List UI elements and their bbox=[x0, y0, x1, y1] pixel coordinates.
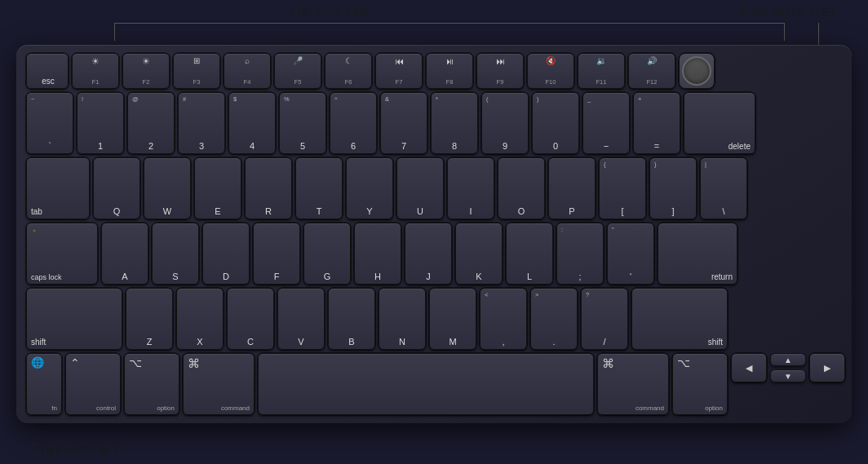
key-caps-lock[interactable]: caps lock bbox=[26, 223, 98, 285]
key-period[interactable]: > . bbox=[530, 288, 578, 350]
key-u[interactable]: U bbox=[396, 157, 444, 219]
annotation-fn-globe-label: 기능(Fn)/지구본 키 bbox=[34, 443, 123, 457]
key-space[interactable] bbox=[258, 353, 594, 415]
key-f9[interactable]: ⏭ F9 bbox=[476, 53, 524, 89]
key-j[interactable]: J bbox=[405, 223, 452, 285]
key-equals[interactable]: + = bbox=[633, 92, 680, 154]
key-g[interactable]: G bbox=[303, 223, 351, 285]
key-p[interactable]: P bbox=[548, 157, 596, 219]
key-return[interactable]: return bbox=[658, 223, 737, 285]
key-w[interactable]: W bbox=[144, 157, 191, 219]
key-v[interactable]: V bbox=[277, 288, 325, 350]
annotation-function-keys-label: 기능 키(F1~F12) bbox=[290, 4, 368, 19]
key-s[interactable]: S bbox=[152, 223, 199, 285]
key-backtick[interactable]: ~ ` bbox=[26, 92, 73, 154]
asdf-row: caps lock A S D F G H J K L : ; " ' retu… bbox=[26, 223, 842, 285]
key-arrow-right[interactable]: ▶ bbox=[809, 353, 845, 382]
key-backslash[interactable]: | \ bbox=[700, 157, 747, 219]
key-tab[interactable]: tab bbox=[26, 157, 90, 219]
key-delete[interactable]: delete bbox=[684, 92, 755, 154]
key-6[interactable]: ^ 6 bbox=[330, 92, 377, 154]
key-arrow-down[interactable]: ▼ bbox=[770, 369, 806, 382]
key-f8[interactable]: ⏯ F8 bbox=[426, 53, 473, 89]
key-4[interactable]: $ 4 bbox=[228, 92, 276, 154]
key-option-left[interactable]: ⌥ option bbox=[124, 353, 179, 415]
key-f3[interactable]: ⊞ F3 bbox=[173, 53, 220, 89]
key-f4[interactable]: ⌕ F4 bbox=[224, 53, 271, 89]
bottom-row: 🌐 fn ⌃ control ⌥ option ⌘ command ⌘ comm… bbox=[26, 353, 842, 415]
annotation-touch-id-label: Touch ID(전원 버튼) bbox=[739, 4, 834, 19]
key-f5[interactable]: 🎤 F5 bbox=[274, 53, 321, 89]
key-e[interactable]: E bbox=[194, 157, 241, 219]
key-9[interactable]: ( 9 bbox=[481, 92, 529, 154]
key-shift-left[interactable]: shift bbox=[26, 288, 122, 350]
key-f2[interactable]: ☀ F2 bbox=[122, 53, 170, 89]
key-touch-id[interactable] bbox=[679, 53, 715, 89]
key-f1[interactable]: ☀ F1 bbox=[72, 53, 119, 89]
qwerty-row: tab Q W E R T Y U I O P { [ } ] | \ bbox=[26, 157, 842, 219]
key-comma[interactable]: < , bbox=[480, 288, 527, 350]
keyboard: esc ☀ F1 ☀ F2 ⊞ F3 ⌕ F4 🎤 F5 bbox=[16, 45, 852, 423]
key-0[interactable]: ) 0 bbox=[532, 92, 579, 154]
key-control[interactable]: ⌃ control bbox=[65, 353, 121, 415]
key-b[interactable]: B bbox=[328, 288, 375, 350]
key-z[interactable]: Z bbox=[126, 288, 173, 350]
key-quote[interactable]: " ' bbox=[607, 223, 654, 285]
key-1[interactable]: ! 1 bbox=[77, 92, 124, 154]
key-f6[interactable]: ☾ F6 bbox=[325, 53, 372, 89]
key-c[interactable]: C bbox=[227, 288, 274, 350]
numbers-row: ~ ` ! 1 @ 2 # 3 $ 4 % 5 bbox=[26, 92, 842, 154]
key-h[interactable]: H bbox=[354, 223, 401, 285]
zxcv-row: shift Z X C V B N M < , > . ? / shift bbox=[26, 288, 842, 350]
key-l[interactable]: L bbox=[506, 223, 553, 285]
key-lbracket[interactable]: { [ bbox=[599, 157, 646, 219]
key-n[interactable]: N bbox=[379, 288, 426, 350]
key-command-left[interactable]: ⌘ command bbox=[183, 353, 255, 415]
key-5[interactable]: % 5 bbox=[279, 92, 326, 154]
key-y[interactable]: Y bbox=[346, 157, 393, 219]
key-arrow-left[interactable]: ◀ bbox=[731, 353, 767, 382]
key-i[interactable]: I bbox=[447, 157, 494, 219]
key-shift-right[interactable]: shift bbox=[631, 288, 728, 350]
key-m[interactable]: M bbox=[429, 288, 476, 350]
key-esc[interactable]: esc bbox=[26, 53, 69, 89]
key-slash[interactable]: ? / bbox=[581, 288, 628, 350]
key-3[interactable]: # 3 bbox=[178, 92, 225, 154]
key-f10[interactable]: 🔇 F10 bbox=[527, 53, 574, 89]
key-f7[interactable]: ⏮ F7 bbox=[375, 53, 423, 89]
key-f12[interactable]: 🔊 F12 bbox=[628, 53, 675, 89]
key-a[interactable]: A bbox=[101, 223, 148, 285]
key-fn-globe[interactable]: 🌐 fn bbox=[26, 353, 62, 415]
key-q[interactable]: Q bbox=[93, 157, 140, 219]
key-o[interactable]: O bbox=[498, 157, 545, 219]
key-8[interactable]: * 8 bbox=[431, 92, 478, 154]
key-f11[interactable]: 🔉 F11 bbox=[578, 53, 625, 89]
key-t[interactable]: T bbox=[295, 157, 343, 219]
key-f[interactable]: F bbox=[253, 223, 300, 285]
key-command-right[interactable]: ⌘ command bbox=[597, 353, 669, 415]
key-arrow-up[interactable]: ▲ bbox=[770, 353, 806, 366]
key-d[interactable]: D bbox=[202, 223, 250, 285]
key-2[interactable]: @ 2 bbox=[127, 92, 175, 154]
key-minus[interactable]: _ − bbox=[582, 92, 630, 154]
key-x[interactable]: X bbox=[176, 288, 224, 350]
function-row: esc ☀ F1 ☀ F2 ⊞ F3 ⌕ F4 🎤 F5 bbox=[26, 53, 842, 89]
key-semicolon[interactable]: : ; bbox=[556, 223, 604, 285]
key-r[interactable]: R bbox=[245, 157, 292, 219]
key-rbracket[interactable]: } ] bbox=[649, 157, 697, 219]
key-option-right[interactable]: ⌥ option bbox=[672, 353, 728, 415]
key-k[interactable]: K bbox=[455, 223, 503, 285]
key-7[interactable]: & 7 bbox=[380, 92, 427, 154]
